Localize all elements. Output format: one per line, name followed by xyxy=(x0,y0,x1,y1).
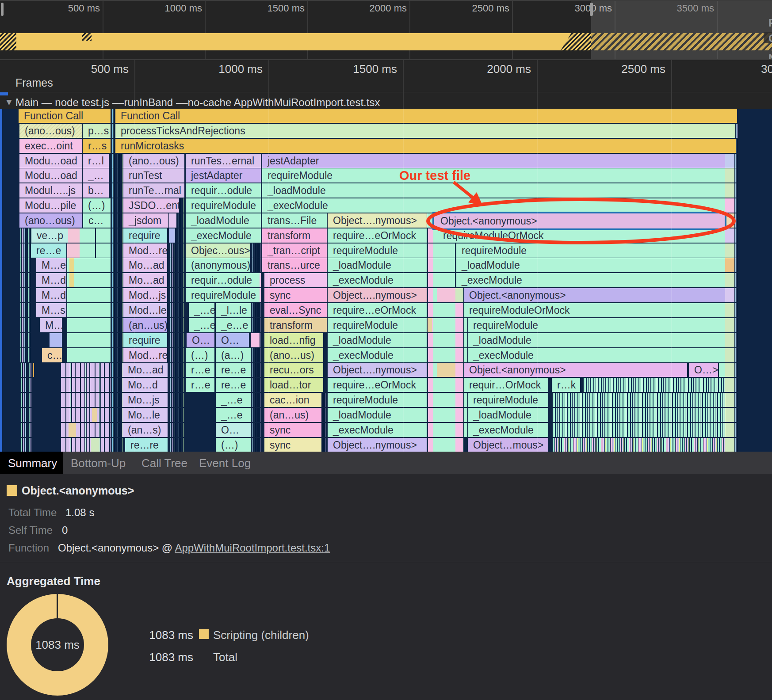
svg-text:Our test file: Our test file xyxy=(399,168,470,183)
